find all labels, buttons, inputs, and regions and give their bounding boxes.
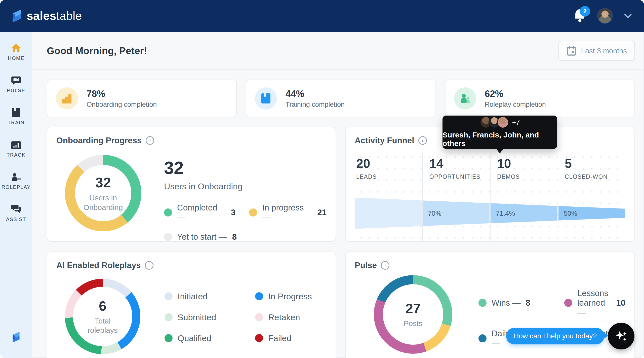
users-in-onboarding-label: Users in Onboarding	[164, 182, 327, 191]
top-navbar: salestable 2	[0, 0, 644, 32]
card-title: Onboarding Progress	[56, 136, 142, 145]
page-title: Good Morning, Peter!	[47, 45, 147, 56]
people-icon	[454, 87, 476, 110]
brand-name: salestable	[27, 9, 82, 23]
card-title: Activity Funnel	[355, 136, 414, 145]
notifications-button[interactable]: 2	[573, 8, 587, 24]
legend-dot	[478, 299, 487, 307]
stage-count: 14	[429, 156, 490, 171]
sidebar-item-label: TRACK	[7, 152, 25, 158]
sidebar-item-label: ROLEPLAY	[2, 184, 31, 190]
legend-dot	[164, 233, 172, 241]
calendar-icon	[567, 46, 577, 56]
date-range-label: Last 3 months	[581, 47, 627, 55]
home-icon	[11, 43, 21, 53]
notification-badge: 2	[580, 6, 590, 17]
avatar	[497, 117, 509, 128]
kpi-roleplay-completion[interactable]: 62% Roleplay completion	[445, 80, 635, 117]
sidebar-item-label: PULSE	[7, 88, 25, 93]
sidebar-nav: HOME PULSE TRAIN TRACK	[0, 32, 32, 358]
stage-count: 10	[497, 156, 558, 171]
activity-funnel-card: Activity Funnel i +7 Suresh, Franci	[345, 127, 635, 242]
donut-center-value: 27	[406, 301, 421, 316]
donut-center-value: 6	[99, 298, 106, 314]
users-in-onboarding-value: 32	[164, 158, 327, 178]
kpi-onboarding-completion[interactable]: 78% Onboarding completion	[47, 80, 237, 117]
legend-item-in-progress: In Progress	[255, 292, 312, 301]
legend-item-initiated: Initiated	[165, 292, 248, 301]
funnel-chart: 20 LEADS 14 OPPORTUNITIES 10 DEMOS	[355, 153, 625, 241]
donut-center-label: Posts	[404, 319, 422, 328]
svg-text:50%: 50%	[564, 210, 577, 217]
ai-roleplays-card: AI Enabled Roleplays i 6 Total roleplays	[47, 252, 336, 358]
legend-dot	[564, 299, 572, 307]
sparkles-icon	[614, 329, 628, 343]
sidebar-item-train[interactable]: TRAIN	[0, 107, 32, 131]
brand-logo[interactable]: salestable	[10, 8, 82, 24]
legend-dot	[165, 334, 173, 342]
info-icon[interactable]: i	[381, 261, 389, 270]
legend-item-wins: Wins — 8	[478, 289, 558, 317]
legend-dot	[165, 292, 173, 300]
pulse-donut-chart: 27 Posts	[374, 275, 452, 354]
donut-center-label: Users in Onboarding	[78, 193, 128, 212]
legend-item-lessons-learned: Lessons learned — 10	[564, 289, 625, 317]
info-icon[interactable]: i	[146, 136, 154, 145]
assistant-launcher-button[interactable]	[608, 323, 634, 349]
sidebar-item-roleplay[interactable]: ROLEPLAY	[0, 172, 32, 196]
user-avatar[interactable]	[597, 8, 613, 24]
sidebar-item-assist[interactable]: ASSIST	[0, 204, 32, 228]
stage-label: CLOSED-WON	[565, 173, 625, 180]
assist-chat-icon	[11, 204, 21, 214]
info-icon[interactable]: i	[418, 136, 427, 145]
card-title: AI Enabled Roleplays	[56, 261, 141, 270]
stage-count: 5	[565, 156, 625, 171]
stage-label: OPPORTUNITIES	[429, 173, 490, 180]
stage-label: DEMOS	[497, 173, 558, 180]
sidebar-footer-logo	[11, 330, 22, 345]
assistant-message: How can I help you today?	[514, 332, 597, 340]
assistant-chat-bubble[interactable]: How can I help you today?	[506, 328, 604, 344]
legend-item-submitted: Submitted	[165, 312, 248, 322]
tooltip-avatars: +7	[480, 117, 520, 128]
stage-label: LEADS	[356, 173, 422, 180]
onboarding-donut-chart: 32 Users in Onboarding	[65, 155, 141, 231]
date-range-button[interactable]: Last 3 months	[558, 41, 635, 61]
legend-item-failed: Failed	[255, 333, 312, 343]
brand-ribbon-icon	[10, 8, 23, 24]
kpi-training-completion[interactable]: 44% Training completion	[246, 80, 436, 117]
sidebar-item-track[interactable]: TRACK	[0, 139, 32, 164]
donut-center-label: Total roleplays	[81, 316, 124, 335]
book-icon	[255, 87, 277, 110]
legend-dot	[255, 313, 263, 321]
sidebar-item-pulse[interactable]: PULSE	[0, 75, 32, 99]
tooltip-more-count: +7	[512, 119, 520, 126]
roleplays-donut-chart: 6 Total roleplays	[65, 279, 140, 354]
kpi-value: 44%	[286, 89, 345, 99]
legend-dot	[255, 334, 263, 342]
legend-item-completed: Completed — 3	[164, 203, 235, 222]
kpi-value: 78%	[87, 89, 157, 99]
pulse-icon	[11, 75, 21, 85]
sidebar-item-label: HOME	[8, 55, 24, 61]
roleplay-icon	[11, 172, 21, 182]
legend-item-yet-to-start: Yet to start — 8	[164, 232, 237, 242]
app-window: salestable 2 HOME	[0, 0, 644, 358]
onboarding-progress-card: Onboarding Progress i 32 Users in Onboar…	[47, 127, 336, 242]
legend-dot	[165, 313, 173, 321]
funnel-labels: 70% 71.4% 50%	[355, 191, 625, 236]
sidebar-item-label: TRAIN	[8, 120, 25, 126]
kpi-value: 62%	[485, 89, 546, 99]
kpi-label: Onboarding completion	[87, 101, 157, 109]
sidebar-item-home[interactable]: HOME	[0, 43, 32, 67]
bar-chart-icon	[11, 139, 21, 150]
kpi-label: Roleplay completion	[485, 101, 546, 109]
donut-center-value: 32	[95, 174, 111, 191]
chevron-down-icon[interactable]	[623, 11, 633, 21]
assistant-widget: How can I help you today?	[506, 323, 634, 349]
info-icon[interactable]: i	[145, 261, 153, 270]
sidebar-item-label: ASSIST	[6, 217, 26, 222]
stage-count: 20	[356, 156, 422, 171]
legend-dot	[249, 208, 257, 217]
tooltip-names: Suresh, Francis, John, and others	[442, 131, 557, 148]
